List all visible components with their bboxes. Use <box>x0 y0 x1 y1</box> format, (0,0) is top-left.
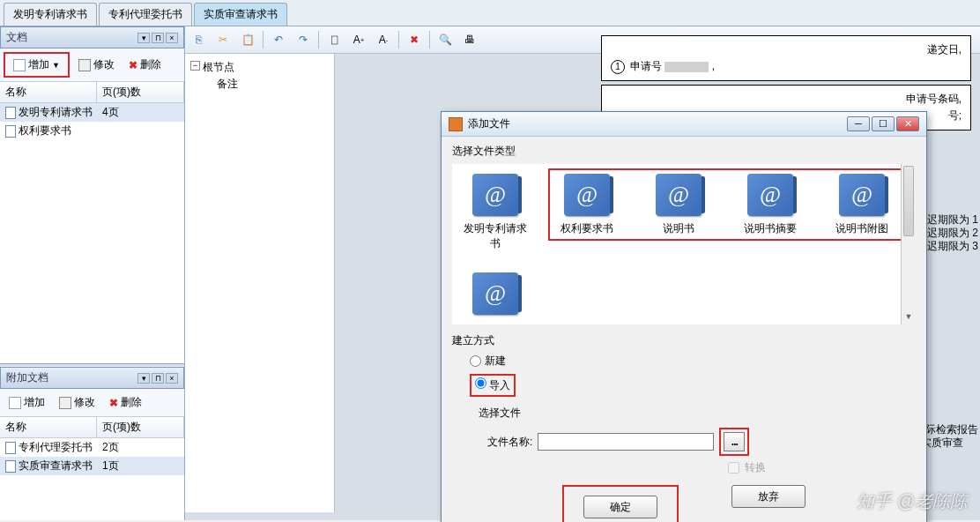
panel-close-icon[interactable]: × <box>166 33 178 43</box>
add-button[interactable]: 增加 ▼ <box>8 55 65 75</box>
tab-substantive-exam[interactable]: 实质审查请求书 <box>194 3 287 26</box>
list-item[interactable]: 发明专利请求书 4页 <box>0 103 184 122</box>
panel-min-icon[interactable]: ⊓ <box>152 33 164 43</box>
font-inc-icon[interactable]: A+ <box>349 30 368 49</box>
grid-scrollbar[interactable]: ▲ ▼ <box>901 164 916 324</box>
outline-tree: − 根节点 备注 <box>185 54 335 512</box>
scroll-thumb[interactable] <box>903 166 914 236</box>
edit-button[interactable]: 修改 <box>73 55 120 75</box>
dlg-min-icon[interactable]: ─ <box>847 116 870 131</box>
scroll-down-icon[interactable]: ▼ <box>902 309 916 324</box>
panel-docs-title: 文档 <box>6 30 27 45</box>
file-type-grid: @发明专利请求书 @权利要求书 @说明书 @说明书摘要 @说明书附图 @ <box>452 164 916 324</box>
cut-icon[interactable]: ✂ <box>213 30 233 49</box>
type-invention-request[interactable]: @发明专利请求书 <box>460 174 531 251</box>
dlg-max-icon[interactable]: ☐ <box>872 116 895 131</box>
chk-convert <box>728 462 739 474</box>
type-claims[interactable]: @权利要求书 <box>552 174 622 251</box>
chevron-down-icon: ▼ <box>52 61 60 70</box>
panel-pin-icon[interactable]: ▾ <box>137 373 150 384</box>
font-dec-icon[interactable]: A- <box>374 30 393 49</box>
circle-1-icon: 1 <box>611 60 625 74</box>
list-item[interactable]: 专利代理委托书 2页 <box>0 438 184 457</box>
radio-new[interactable] <box>470 355 481 367</box>
filename-input[interactable] <box>538 433 714 451</box>
list-item[interactable]: 实质审查请求书 1页 <box>0 457 184 475</box>
doc-icon <box>5 107 16 119</box>
type-extra[interactable]: @ <box>460 272 531 320</box>
extra-add-button[interactable]: 增加 <box>4 392 50 413</box>
print-icon[interactable]: 🖶 <box>460 30 479 49</box>
extra-list-header: 名称 页(项)数 <box>0 417 184 438</box>
doc-add-icon <box>13 59 26 71</box>
list-item[interactable]: 权利要求书 <box>0 122 184 140</box>
tab-agency-entrust[interactable]: 专利代理委托书 <box>99 3 192 26</box>
doc-icon <box>5 460 16 473</box>
lbl-select-type: 选择文件类型 <box>452 144 916 159</box>
ok-button[interactable]: 确定 <box>583 496 657 518</box>
doc-icon <box>5 442 16 454</box>
extra-list: 专利代理委托书 2页 实质审查请求书 1页 <box>0 438 184 520</box>
extra-delete-button[interactable]: ✖ 删除 <box>104 392 147 413</box>
delete-icon: ✖ <box>129 59 137 71</box>
cancel-button[interactable]: 放弃 <box>731 485 806 508</box>
copy-icon[interactable]: ⎘ <box>189 30 208 49</box>
dlg-close-icon[interactable]: ✕ <box>896 116 919 131</box>
panel-extra-title: 附加文档 <box>6 370 48 385</box>
edit-icon <box>78 59 91 71</box>
browse-button[interactable]: ... <box>724 432 745 451</box>
lbl-select-file: 选择文件 <box>479 406 916 421</box>
extra-edit-button[interactable]: 修改 <box>54 392 100 413</box>
redo-icon[interactable]: ↷ <box>293 30 313 49</box>
add-file-dialog: 添加文件 ─ ☐ ✕ 选择文件类型 @发明专利请求书 @权利要求书 @说明书 @… <box>441 111 927 522</box>
radio-import[interactable] <box>475 377 486 389</box>
delete-icon: ✖ <box>109 397 118 409</box>
delete-button[interactable]: ✖ 删除 <box>123 55 167 75</box>
tab-invention-request[interactable]: 发明专利请求书 <box>4 3 97 26</box>
tree-collapse-icon[interactable]: − <box>190 61 200 71</box>
undo-icon[interactable]: ↶ <box>269 30 288 49</box>
search-icon[interactable]: 🔍 <box>435 30 455 49</box>
paste-icon[interactable]: 📋 <box>238 30 257 49</box>
doc-add-icon <box>9 397 21 409</box>
panel-extra-header: 附加文档 ▾ ⊓ × <box>0 367 184 389</box>
tree-root[interactable]: − 根节点 <box>190 59 329 76</box>
edit-icon <box>59 397 71 409</box>
doc-tabs: 发明专利请求书 专利代理委托书 实质审查请求书 <box>0 0 980 26</box>
tree-child[interactable]: 备注 <box>190 76 329 93</box>
type-abstract[interactable]: @说明书摘要 <box>735 174 806 251</box>
dialog-title: 添加文件 <box>468 116 510 131</box>
panel-pin-icon[interactable]: ▾ <box>137 33 150 43</box>
docs-list: 发明专利请求书 4页 权利要求书 <box>0 103 184 363</box>
delete-char-icon[interactable]: ✖ <box>405 30 424 49</box>
docs-list-header: 名称 页(项)数 <box>0 82 184 103</box>
panel-close-icon[interactable]: × <box>166 373 178 384</box>
type-drawings[interactable]: @说明书附图 <box>827 174 897 251</box>
lbl-filename: 文件名称: <box>487 435 532 450</box>
dialog-icon <box>449 117 463 131</box>
panel-min-icon[interactable]: ⊓ <box>152 373 164 384</box>
ruler-icon[interactable]: ⎕ <box>324 30 344 49</box>
sidebar: 文档 ▾ ⊓ × 增加 ▼ 修改 <box>0 26 185 520</box>
doc-icon <box>5 125 16 138</box>
panel-docs-header: 文档 ▾ ⊓ × <box>0 26 184 48</box>
type-description[interactable]: @说明书 <box>643 174 714 251</box>
lbl-build-method: 建立方式 <box>452 333 916 348</box>
